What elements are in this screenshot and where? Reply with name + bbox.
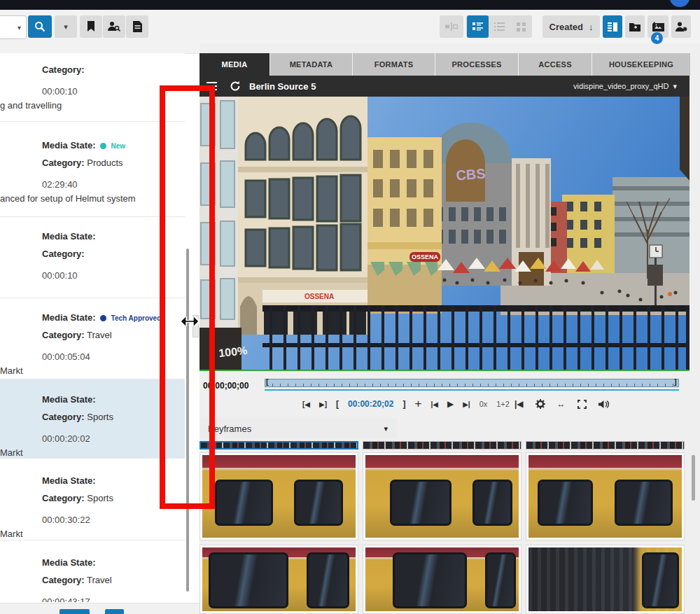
result-list-item[interactable]: Media State:Tech Approved Category: Trav… (0, 298, 185, 379)
player-progress-underline (200, 370, 690, 371)
timeline-timecode: 00;00;00;00 (203, 381, 248, 391)
keyframe-thumbnail[interactable] (363, 452, 522, 540)
tab-formats[interactable]: FORMATS (353, 53, 435, 76)
duration-value: 00:00:20:02 (42, 432, 185, 446)
saved-searches-button[interactable] (80, 15, 102, 38)
previous-frame-button[interactable]: |◀ (430, 400, 438, 408)
category-label: Category: (42, 575, 85, 585)
panel-splitter[interactable] (192, 315, 199, 337)
playback-speed[interactable]: 0x (479, 400, 488, 408)
list-scrollbar[interactable] (186, 249, 189, 592)
add-marker-button[interactable]: + (414, 397, 421, 411)
menu-icon[interactable] (206, 80, 217, 92)
state-dot-icon (100, 315, 106, 321)
add-folder-button[interactable] (625, 15, 645, 38)
keyframe-thumbnail[interactable] (363, 545, 522, 614)
goto-out-button[interactable]: ▶] (319, 400, 327, 408)
next-frame-button[interactable]: ▶| (463, 400, 470, 408)
item-description: Markt (0, 527, 185, 540)
split-view-button[interactable] (440, 15, 463, 38)
fit-width-button[interactable]: ↔ (557, 399, 566, 409)
bookmark-icon (86, 21, 96, 32)
sort-label: Created (550, 22, 583, 32)
jump-start-button[interactable]: |◀ (514, 399, 524, 409)
tab-processes[interactable]: PROCESSES (435, 53, 518, 76)
refresh-icon[interactable] (230, 81, 241, 92)
view-grid-button[interactable] (510, 15, 532, 38)
detail-tabs: MEDIAMETADATAFORMATSPROCESSESACCESSHOUSE… (200, 53, 690, 76)
result-list-item[interactable]: Media State:New Category: Products 02:29… (0, 122, 185, 217)
search-icon (34, 21, 46, 32)
current-timecode[interactable]: 00:00:20;02 (348, 399, 393, 409)
tab-media[interactable]: MEDIA (200, 53, 270, 76)
set-out-button[interactable]: ] (402, 399, 405, 409)
avatar[interactable] (670, 0, 690, 7)
item-description: g and travelling (0, 99, 185, 113)
media-state-label: Media State: (42, 231, 96, 242)
pagination-button-partial[interactable] (105, 609, 124, 614)
video-viewport[interactable]: CBS OSSENA (200, 97, 690, 370)
gear-icon[interactable] (536, 399, 545, 409)
user-search-button[interactable] (103, 15, 125, 38)
view-detail-list-button[interactable] (467, 15, 489, 38)
fullscreen-icon[interactable] (578, 400, 587, 409)
tab-metadata[interactable]: METADATA (270, 53, 352, 76)
grid-icon (517, 22, 526, 32)
category-label: Category: (42, 64, 85, 75)
category-value: Products (87, 158, 122, 168)
volume-icon[interactable] (598, 400, 610, 409)
keyframe-train-image (202, 455, 356, 538)
keyframes-grid (200, 441, 690, 614)
keyframe-thumbnail[interactable] (200, 452, 358, 540)
audio-channels[interactable]: 1+2 (496, 400, 510, 408)
keyframe-thumbnail-partial[interactable] (200, 441, 358, 449)
list-icon (494, 22, 505, 31)
category-value: Sports (87, 412, 113, 422)
panel-layout-button[interactable] (603, 15, 622, 38)
keyframe-thumbnail[interactable] (526, 452, 685, 540)
pagination-button-partial[interactable] (59, 609, 90, 614)
timeline-secondary-track (265, 389, 679, 391)
tab-housekeeping[interactable]: HOUSEKEEPING (592, 53, 690, 76)
result-list-item[interactable]: Media State: Category: 00:00:10 g and tr… (0, 53, 185, 122)
keyframe-thumbnail-partial[interactable] (526, 441, 685, 449)
keyframes-scrollbar[interactable] (692, 455, 695, 501)
category-value: Travel (87, 330, 112, 340)
result-list-item[interactable]: Media State: Category: 00:00:10 (0, 217, 185, 298)
goto-in-button[interactable]: [◀ (302, 400, 310, 408)
images-icon (652, 22, 664, 32)
svg-text:OSSENA: OSSENA (412, 253, 439, 260)
media-state-value: New (111, 142, 126, 150)
media-state-label: Media State: (42, 140, 96, 151)
keyframe-thumbnail[interactable] (526, 545, 685, 614)
view-list-button[interactable] (489, 15, 510, 38)
timeline-scrubber[interactable] (265, 379, 679, 387)
arrow-down-icon: ↓ (589, 22, 594, 32)
search-type-select[interactable]: ▾ (0, 15, 27, 39)
sort-button[interactable]: Created ↓ (542, 15, 600, 38)
keyframe-thumbnail-partial[interactable] (363, 441, 522, 449)
keyframe-thumbnail[interactable] (200, 545, 358, 614)
keyframe-train-image (365, 455, 519, 538)
set-in-button[interactable]: [ (336, 399, 339, 409)
play-button[interactable]: ▶ (447, 399, 454, 409)
search-button[interactable] (28, 15, 52, 38)
top-system-bar (0, 0, 700, 10)
duration-value: 00:00:43:17 (42, 595, 185, 602)
duration-value: 00:00:30:22 (42, 513, 185, 527)
duration-value: 00:00:10 (42, 269, 185, 283)
category-label: Category: (42, 158, 85, 168)
proxy-format-select[interactable]: vidispine_video_proxy_qHD ▾ (573, 82, 677, 91)
svg-text:OSSENA: OSSENA (304, 293, 334, 300)
keyframes-select[interactable]: Keyframes ▾ (200, 419, 397, 438)
document-button[interactable] (126, 15, 148, 38)
result-list-item[interactable]: Media State: Category: Sports 00:00:30:2… (0, 459, 185, 540)
result-list-item[interactable]: Media State: Category: Travel 00:00:43:1… (0, 540, 185, 602)
tab-access[interactable]: ACCESS (519, 53, 592, 76)
person-gear-icon (676, 22, 687, 32)
result-list-item[interactable]: Media State: Category: Sports 00:00:20:0… (0, 379, 185, 459)
search-options-button[interactable]: ▾ (55, 15, 77, 38)
category-label: Category: (42, 249, 85, 259)
media-state-label: Media State: (42, 475, 96, 486)
user-settings-button[interactable] (671, 15, 691, 38)
